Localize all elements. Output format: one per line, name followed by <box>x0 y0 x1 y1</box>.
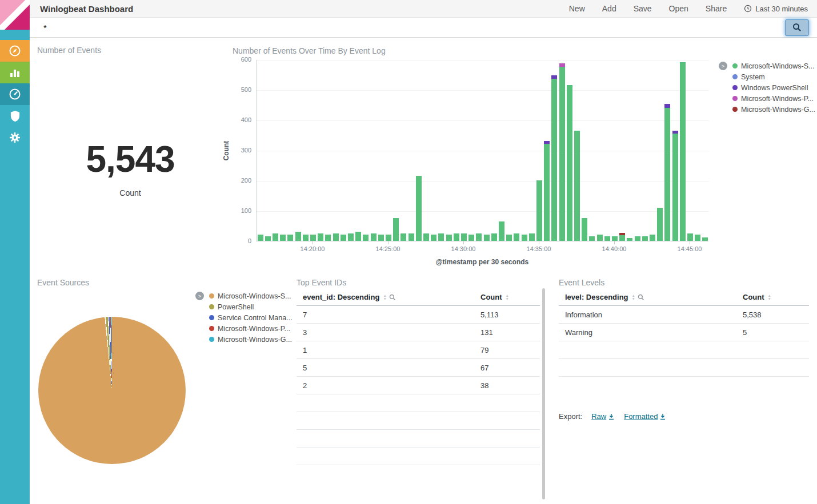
bar-segment[interactable] <box>529 233 535 241</box>
bar-segment[interactable] <box>310 235 316 241</box>
legend-item[interactable]: Microsoft-Windows-G... <box>732 104 815 115</box>
bar-segment[interactable] <box>635 236 640 241</box>
bar-segment[interactable] <box>476 233 482 241</box>
legend-item[interactable]: Microsoft-Windows-S... <box>732 61 815 71</box>
bar-segment[interactable] <box>589 236 595 241</box>
nav-share[interactable]: Share <box>706 4 727 13</box>
bar-segment[interactable] <box>484 235 490 241</box>
bar-segment[interactable] <box>657 208 663 241</box>
sort-icon[interactable]: ▲▼ <box>632 294 635 301</box>
bar-segment[interactable] <box>551 79 557 241</box>
bar-segment[interactable] <box>574 131 580 241</box>
bar-segment[interactable] <box>409 233 414 241</box>
bar-segment[interactable] <box>265 236 271 241</box>
bar-segment[interactable] <box>627 238 632 241</box>
column-header-event-id[interactable]: event_id: Descending ▲▼ <box>297 293 480 301</box>
bar-segment[interactable] <box>303 235 309 241</box>
bar-segment[interactable] <box>664 108 670 241</box>
table-row[interactable]: 7 5,113 <box>297 306 540 324</box>
nav-add[interactable]: Add <box>602 4 616 13</box>
table-row[interactable]: 5 67 <box>297 359 540 377</box>
sidebar-item-dashboard[interactable] <box>0 83 30 105</box>
bar-segment[interactable] <box>446 235 452 241</box>
bar-segment[interactable] <box>386 235 391 241</box>
bar-segment[interactable] <box>258 235 263 241</box>
column-header-level[interactable]: level: Descending ▲▼ <box>559 293 743 301</box>
table-row[interactable]: Information 5,538 <box>559 306 809 324</box>
nav-save[interactable]: Save <box>634 4 652 13</box>
bar-segment[interactable] <box>348 233 354 241</box>
bar-segment[interactable] <box>499 221 504 241</box>
bar-segment[interactable] <box>371 233 377 241</box>
legend-item[interactable]: Windows PowerShell <box>732 82 815 93</box>
bar-segment[interactable] <box>544 141 550 144</box>
bar-segment[interactable] <box>431 235 436 241</box>
legend-item[interactable]: Service Control Mana... <box>209 312 293 323</box>
bar-segment[interactable] <box>604 236 610 241</box>
bar-segment[interactable] <box>468 235 474 241</box>
bar-segment[interactable] <box>506 235 512 241</box>
legend-item[interactable]: Microsoft-Windows-P... <box>732 93 815 104</box>
bar-segment[interactable] <box>454 233 459 241</box>
bar-segment[interactable] <box>687 233 693 241</box>
table-row[interactable]: 3 131 <box>297 324 540 341</box>
sidebar-item-discover[interactable] <box>0 40 30 62</box>
bar-segment[interactable] <box>378 235 384 241</box>
column-header-count[interactable]: Count ▲▼ <box>480 293 540 301</box>
bar-segment[interactable] <box>582 218 587 241</box>
bar-segment[interactable] <box>491 233 497 241</box>
cell-event-id[interactable]: 5 <box>297 364 480 372</box>
bar-segment[interactable] <box>559 63 565 67</box>
bar-segment[interactable] <box>522 235 527 241</box>
bar-segment[interactable] <box>680 62 686 241</box>
legend-item[interactable]: Microsoft-Windows-S... <box>209 291 293 301</box>
cell-event-id[interactable]: 2 <box>297 381 480 390</box>
bar-segment[interactable] <box>401 233 406 241</box>
kibana-logo[interactable] <box>0 0 30 30</box>
bar-segment[interactable] <box>280 235 286 241</box>
bar-segment[interactable] <box>393 218 399 241</box>
legend-item[interactable]: PowerShell <box>209 301 293 312</box>
bar-segment[interactable] <box>514 233 519 241</box>
column-header-count[interactable]: Count ▲▼ <box>743 293 809 301</box>
bar-segment[interactable] <box>695 235 700 241</box>
table-row[interactable]: Warning 5 <box>559 324 809 341</box>
bar-segment[interactable] <box>612 236 618 241</box>
bar-segment[interactable] <box>672 134 678 241</box>
bar-segment[interactable] <box>287 235 293 241</box>
legend-item[interactable]: Microsoft-Windows-P... <box>209 323 293 334</box>
time-picker[interactable]: Last 30 minutes <box>744 5 808 13</box>
chevron-right-icon[interactable]: > <box>719 62 727 70</box>
bar-segment[interactable] <box>544 144 550 241</box>
bar-segment[interactable] <box>363 235 369 241</box>
sort-icon[interactable]: ▲▼ <box>506 294 509 301</box>
bar-segment[interactable] <box>295 232 301 241</box>
search-input[interactable] <box>38 20 779 35</box>
sidebar-item-visualize[interactable] <box>0 62 30 83</box>
bar-segment[interactable] <box>325 235 331 241</box>
bar-segment[interactable] <box>702 237 708 241</box>
table-row[interactable]: 2 38 <box>297 377 540 394</box>
bar-segment[interactable] <box>672 131 678 134</box>
bar-segment[interactable] <box>642 236 648 241</box>
export-formatted-link[interactable]: Formatted <box>624 412 666 421</box>
table-row[interactable]: 1 79 <box>297 341 540 359</box>
cell-level[interactable]: Warning <box>559 328 743 337</box>
sidebar-item-timelion[interactable] <box>0 105 30 127</box>
sort-icon[interactable]: ▲▼ <box>383 294 386 301</box>
bar-segment[interactable] <box>423 233 429 241</box>
bar-segment[interactable] <box>461 233 467 241</box>
export-raw-link[interactable]: Raw <box>591 412 615 421</box>
bar-segment[interactable] <box>318 233 323 241</box>
column-search-icon[interactable] <box>638 294 644 301</box>
bar-segment[interactable] <box>341 235 346 241</box>
sidebar-item-management[interactable] <box>0 127 30 148</box>
column-search-icon[interactable] <box>389 294 396 301</box>
bar-segment[interactable] <box>650 235 655 241</box>
bar-segment[interactable] <box>536 180 542 241</box>
bar-segment[interactable] <box>559 67 565 241</box>
cell-event-id[interactable]: 3 <box>297 328 480 337</box>
cell-event-id[interactable]: 7 <box>297 311 480 319</box>
nav-new[interactable]: New <box>569 4 585 13</box>
sort-icon[interactable]: ▲▼ <box>768 294 771 301</box>
